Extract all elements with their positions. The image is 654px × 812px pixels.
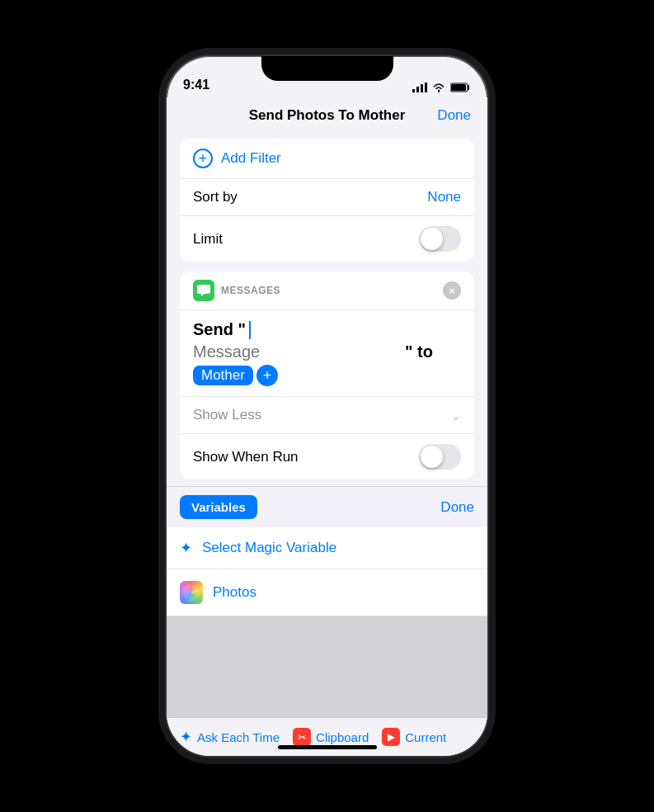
clipboard-label: Clipboard	[316, 730, 369, 744]
svg-rect-5	[451, 84, 466, 91]
current-icon-symbol: ▶	[388, 732, 394, 743]
messages-app-icon	[193, 280, 214, 301]
select-magic-variable-label: Select Magic Variable	[202, 540, 336, 556]
limit-label: Limit	[193, 231, 419, 248]
photos-variable-label: Photos	[213, 584, 256, 601]
header-done-button[interactable]: Done	[437, 107, 471, 124]
variables-done-button[interactable]: Done	[440, 499, 474, 516]
signal-icon	[412, 83, 427, 92]
home-indicator	[278, 745, 377, 749]
bottom-actions: ✦ Ask Each Time ✂ Clipboard ▶ Current	[167, 717, 487, 756]
filter-card: + Add Filter Sort by None Limit	[180, 139, 474, 262]
phone-frame: 9:41 Send	[165, 54, 489, 758]
current-icon: ▶	[382, 728, 400, 746]
photos-app-icon	[180, 581, 203, 604]
header-title: Send Photos To Mother	[249, 107, 406, 124]
show-less-label: Show Less	[193, 407, 450, 423]
close-action-button[interactable]: ×	[443, 281, 461, 300]
header: Send Photos To Mother Done	[167, 97, 487, 132]
add-recipient-button[interactable]: +	[256, 365, 278, 386]
limit-toggle[interactable]	[419, 226, 461, 252]
text-cursor	[249, 321, 251, 339]
battery-icon	[450, 83, 471, 92]
plus-icon: +	[263, 368, 272, 383]
chevron-down-icon: ⌄	[450, 408, 461, 423]
magic-panel: ✦ Select Magic Variable Photos	[167, 527, 487, 717]
svg-rect-3	[425, 83, 427, 92]
show-when-run-row: Show When Run	[180, 434, 474, 479]
recipient-badge[interactable]: Mother	[193, 366, 253, 385]
empty-panel	[167, 616, 487, 717]
add-filter-row[interactable]: + Add Filter	[180, 139, 474, 179]
select-magic-variable-row[interactable]: ✦ Select Magic Variable	[167, 527, 487, 569]
toggle-thumb-2	[421, 446, 443, 468]
photos-variable-row[interactable]: Photos	[167, 569, 487, 616]
sort-by-row[interactable]: Sort by None	[180, 179, 474, 216]
clipboard-icon: ✂	[293, 728, 311, 746]
current-button[interactable]: ▶ Current	[382, 728, 446, 746]
send-to-text: " to	[405, 342, 433, 361]
sort-by-value: None	[427, 189, 461, 205]
current-label: Current	[405, 730, 446, 744]
scissors-icon: ✂	[298, 731, 307, 744]
show-when-run-label: Show When Run	[193, 449, 419, 465]
message-input[interactable]	[193, 342, 402, 361]
messages-action-card: MESSAGES × Send " " to Mother + Show Les…	[180, 271, 474, 479]
show-less-row[interactable]: Show Less ⌄	[180, 397, 474, 434]
magic-wand-icon: ✦	[180, 539, 192, 557]
svg-rect-1	[416, 87, 419, 92]
status-time: 9:41	[183, 78, 209, 92]
send-message-row: Send " " to Mother +	[180, 310, 474, 397]
ask-each-time-button[interactable]: ✦ Ask Each Time	[180, 728, 280, 746]
action-header: MESSAGES ×	[180, 271, 474, 310]
add-filter-icon: +	[193, 149, 213, 168]
main-content: Send Photos To Mother Done + Add Filter …	[167, 97, 487, 756]
send-prefix: Send "	[193, 320, 246, 339]
plus-symbol: +	[199, 151, 208, 166]
messages-bubble-svg	[197, 285, 210, 296]
svg-rect-2	[421, 84, 423, 92]
wifi-icon	[432, 83, 445, 92]
clipboard-button[interactable]: ✂ Clipboard	[293, 728, 369, 746]
notch	[261, 56, 393, 81]
add-filter-label: Add Filter	[221, 150, 281, 167]
show-when-run-toggle[interactable]	[419, 444, 461, 470]
svg-rect-0	[412, 89, 415, 92]
toggle-thumb	[421, 228, 443, 250]
ask-each-time-label: Ask Each Time	[197, 730, 280, 744]
variables-button[interactable]: Variables	[180, 495, 257, 519]
variables-bar: Variables Done	[167, 486, 487, 527]
status-icons	[412, 83, 471, 92]
close-icon: ×	[449, 285, 455, 297]
limit-row[interactable]: Limit	[180, 216, 474, 262]
messages-app-label: MESSAGES	[221, 285, 436, 296]
ask-each-time-icon: ✦	[180, 728, 192, 746]
sort-by-label: Sort by	[193, 189, 427, 205]
